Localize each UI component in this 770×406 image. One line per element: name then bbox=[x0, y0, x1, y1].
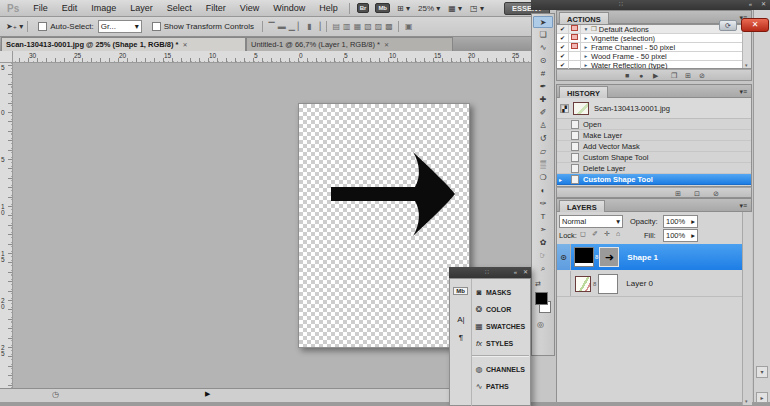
menu-help[interactable]: Help bbox=[312, 3, 345, 13]
panel-button-paths[interactable]: ∿PATHS bbox=[472, 378, 530, 395]
stop-icon[interactable]: ■ bbox=[625, 72, 629, 79]
healing-brush-tool[interactable]: ✚ bbox=[533, 94, 553, 106]
align-left-edges-icon[interactable]: ▏ bbox=[298, 22, 304, 31]
dock-title-bar[interactable]: ∷ « ✕ bbox=[531, 0, 770, 10]
action-check-icon[interactable]: ✔ bbox=[557, 43, 569, 51]
history-state-row[interactable]: Open bbox=[557, 119, 751, 130]
layer-name[interactable]: Layer 0 bbox=[626, 279, 653, 288]
floating-panel-title-bar[interactable]: ∷ « ✕ bbox=[449, 267, 531, 278]
scroll-right-button[interactable]: ▸ bbox=[756, 392, 768, 403]
paragraph-panel-icon[interactable]: ¶ bbox=[452, 333, 470, 342]
distribute-vertical-centers-icon[interactable]: ▥ bbox=[343, 22, 351, 31]
quick-selection-tool[interactable]: ⊙ bbox=[533, 55, 553, 67]
spinner-arrow-icon[interactable]: ▸ bbox=[691, 217, 695, 226]
record-icon[interactable]: ● bbox=[639, 72, 643, 79]
lasso-tool[interactable]: ∿ bbox=[533, 42, 553, 54]
auto-select-checkbox[interactable] bbox=[38, 22, 47, 31]
tool-preset-icon[interactable]: ➤₊ ▾ bbox=[6, 22, 23, 31]
history-state-row[interactable]: Delete Layer bbox=[557, 163, 751, 174]
brush-tool[interactable]: ✐ bbox=[533, 107, 553, 119]
new-action-icon[interactable]: ⊞ bbox=[685, 72, 691, 80]
panel-menu-icon[interactable]: ▾≡ bbox=[739, 202, 747, 210]
panel-button-channels[interactable]: ◍CHANNELS bbox=[472, 361, 530, 378]
quick-mask-icon[interactable]: ◎ bbox=[537, 320, 544, 329]
menu-filter[interactable]: Filter bbox=[199, 3, 233, 13]
path-selection-tool[interactable]: ➣ bbox=[533, 224, 553, 236]
marquee-tool[interactable]: ❏ bbox=[533, 29, 553, 41]
history-snapshot-row[interactable]: ▞ Scan-130413-0001.jpg bbox=[557, 98, 751, 119]
panel-button-masks[interactable]: ◙MASKS bbox=[472, 284, 530, 301]
modal-control-icon[interactable] bbox=[569, 34, 581, 42]
align-horizontal-centers-icon[interactable]: ▮ bbox=[307, 22, 311, 31]
blur-tool[interactable]: ❍ bbox=[533, 172, 553, 184]
new-set-icon[interactable]: ❐ bbox=[671, 72, 677, 80]
mini-bridge-icon[interactable]: Mb bbox=[453, 287, 468, 295]
delete-icon[interactable]: ⊘ bbox=[699, 72, 705, 80]
collapse-panels-icon[interactable]: « bbox=[749, 0, 752, 9]
history-state-row[interactable]: Make Layer bbox=[557, 130, 751, 141]
collapse-arrow-icon[interactable]: ▾ bbox=[581, 26, 591, 32]
history-slider-icon[interactable]: ▸ bbox=[559, 176, 562, 183]
lock-transparent-pixels-icon[interactable]: ◻ bbox=[580, 230, 586, 238]
delete-icon[interactable]: ⊘ bbox=[713, 190, 719, 198]
action-check-icon[interactable]: ✔ bbox=[557, 52, 569, 60]
bridge-icon[interactable]: Br bbox=[357, 3, 370, 13]
foreground-color-swatch[interactable] bbox=[535, 292, 548, 305]
distribute-top-edges-icon[interactable]: ▤ bbox=[333, 22, 341, 31]
eyedropper-tool[interactable]: ✒ bbox=[533, 81, 553, 93]
mini-bridge-icon[interactable]: Mb bbox=[375, 3, 390, 13]
visibility-eye-empty[interactable] bbox=[557, 271, 571, 296]
modal-control-icon[interactable] bbox=[569, 25, 581, 33]
menu-select[interactable]: Select bbox=[160, 3, 199, 13]
menu-file[interactable]: File bbox=[26, 3, 55, 13]
new-snapshot-icon[interactable]: ⊡ bbox=[694, 190, 700, 198]
menu-view[interactable]: View bbox=[233, 3, 266, 13]
spinner-arrow-icon[interactable]: ▸ bbox=[691, 231, 695, 240]
custom-shape-tool[interactable]: ✿ bbox=[533, 237, 553, 249]
gradient-tool[interactable]: ▒ bbox=[533, 159, 553, 171]
layer-name[interactable]: Shape 1 bbox=[627, 253, 658, 262]
move-tool[interactable]: ➤ bbox=[533, 16, 553, 28]
lock-image-pixels-icon[interactable]: ✐ bbox=[592, 230, 598, 238]
layers-scrollbar[interactable]: ▾ bbox=[742, 212, 752, 405]
auto-align-layers-icon[interactable]: ▣ bbox=[405, 22, 413, 31]
document-tab-active[interactable]: Scan-130413-0001.jpg @ 25% (Shape 1, RGB… bbox=[1, 37, 246, 51]
modal-control-icon[interactable] bbox=[569, 61, 581, 69]
play-icon[interactable]: ▶ bbox=[653, 72, 658, 80]
pen-tool[interactable]: ✑ bbox=[533, 198, 553, 210]
eraser-tool[interactable]: ▱ bbox=[533, 146, 553, 158]
history-brush-source-icon[interactable]: ▞ bbox=[560, 104, 569, 113]
zoom-level-dropdown[interactable]: 25% ▾ bbox=[418, 4, 440, 13]
close-icon[interactable]: ✕ bbox=[384, 41, 389, 48]
distribute-right-edges-icon[interactable]: ▩ bbox=[385, 22, 393, 31]
swap-colors-icon[interactable]: ⇄ bbox=[535, 280, 541, 288]
character-panel-icon[interactable]: A| bbox=[452, 315, 470, 324]
menu-layer[interactable]: Layer bbox=[123, 3, 160, 13]
history-brush-tool[interactable]: ↺ bbox=[533, 133, 553, 145]
new-document-from-state-icon[interactable]: ⊞ bbox=[675, 190, 681, 198]
clone-stamp-tool[interactable]: ♙ bbox=[533, 120, 553, 132]
expand-arrow-icon[interactable]: ▸ bbox=[581, 62, 591, 68]
blend-mode-dropdown[interactable]: Normal ▾ bbox=[559, 215, 623, 228]
layer-mask-thumbnail[interactable] bbox=[598, 274, 618, 294]
visibility-eye-icon[interactable]: ⊙ bbox=[557, 244, 571, 270]
scroll-down-button[interactable]: ▾ bbox=[756, 366, 768, 378]
status-options-arrow[interactable]: ▶ bbox=[205, 390, 210, 398]
layer-row-shape1[interactable]: ⊙ 8 ➜ Shape 1 bbox=[557, 244, 742, 270]
hand-tool[interactable]: ☞ bbox=[533, 250, 553, 262]
canvas[interactable] bbox=[298, 103, 470, 348]
expand-arrow-icon[interactable]: ▸ bbox=[581, 53, 591, 59]
dodge-tool[interactable]: ◐ bbox=[533, 185, 553, 197]
window-close-button[interactable]: ✕ bbox=[741, 18, 769, 32]
history-state-row[interactable]: Custom Shape Tool bbox=[557, 152, 751, 163]
expand-arrow-icon[interactable]: ▸ bbox=[581, 35, 591, 41]
panel-button-styles[interactable]: fxSTYLES bbox=[472, 335, 530, 352]
menu-image[interactable]: Image bbox=[84, 3, 123, 13]
document-tab-inactive[interactable]: Untitled-1 @ 66,7% (Layer 1, RGB/8) * ✕ bbox=[246, 37, 453, 51]
vector-mask-thumbnail[interactable]: ➜ bbox=[599, 247, 619, 267]
lock-all-icon[interactable]: ⌂ bbox=[616, 230, 620, 237]
action-check-icon[interactable]: ✔ bbox=[557, 25, 569, 33]
align-top-edges-icon[interactable]: ▔ bbox=[269, 22, 275, 31]
history-state-row-selected[interactable]: ▸ Custom Shape Tool bbox=[557, 174, 751, 185]
layer-thumbnail[interactable] bbox=[575, 276, 591, 292]
